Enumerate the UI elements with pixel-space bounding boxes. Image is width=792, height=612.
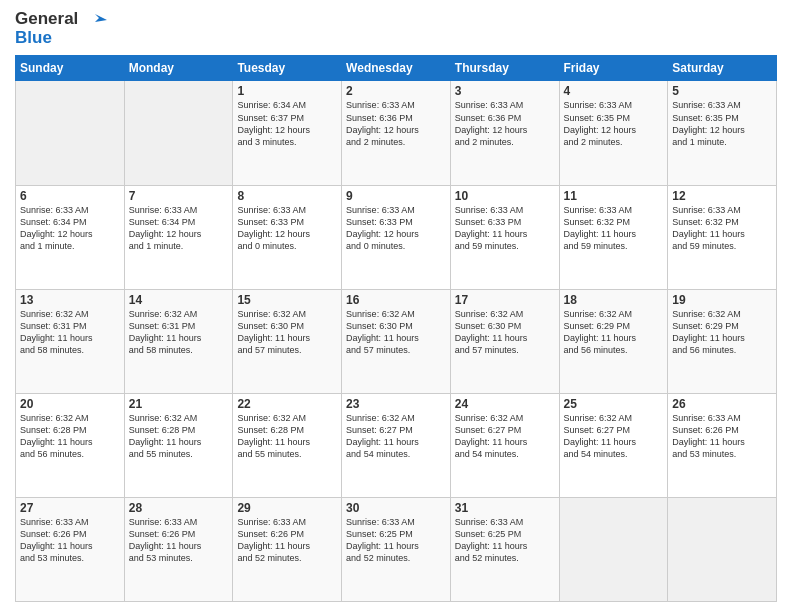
header: General Blue bbox=[15, 10, 777, 47]
day-number: 9 bbox=[346, 189, 446, 203]
day-number: 16 bbox=[346, 293, 446, 307]
day-number: 26 bbox=[672, 397, 772, 411]
day-info: Sunrise: 6:33 AMSunset: 6:34 PMDaylight:… bbox=[129, 204, 229, 253]
day-info: Sunrise: 6:32 AMSunset: 6:27 PMDaylight:… bbox=[346, 412, 446, 461]
day-info: Sunrise: 6:32 AMSunset: 6:30 PMDaylight:… bbox=[346, 308, 446, 357]
day-info: Sunrise: 6:32 AMSunset: 6:29 PMDaylight:… bbox=[672, 308, 772, 357]
day-number: 17 bbox=[455, 293, 555, 307]
calendar-body: 1Sunrise: 6:34 AMSunset: 6:37 PMDaylight… bbox=[16, 81, 777, 602]
day-info: Sunrise: 6:32 AMSunset: 6:28 PMDaylight:… bbox=[237, 412, 337, 461]
day-number: 2 bbox=[346, 84, 446, 98]
calendar-cell: 4Sunrise: 6:33 AMSunset: 6:35 PMDaylight… bbox=[559, 81, 668, 185]
day-info: Sunrise: 6:33 AMSunset: 6:35 PMDaylight:… bbox=[672, 99, 772, 148]
calendar-cell: 20Sunrise: 6:32 AMSunset: 6:28 PMDayligh… bbox=[16, 393, 125, 497]
logo-area: General Blue bbox=[15, 10, 107, 47]
day-number: 25 bbox=[564, 397, 664, 411]
dow-header-tuesday: Tuesday bbox=[233, 56, 342, 81]
day-info: Sunrise: 6:33 AMSunset: 6:36 PMDaylight:… bbox=[455, 99, 555, 148]
week-row-1: 1Sunrise: 6:34 AMSunset: 6:37 PMDaylight… bbox=[16, 81, 777, 185]
week-row-5: 27Sunrise: 6:33 AMSunset: 6:26 PMDayligh… bbox=[16, 497, 777, 601]
calendar-cell: 5Sunrise: 6:33 AMSunset: 6:35 PMDaylight… bbox=[668, 81, 777, 185]
day-info: Sunrise: 6:33 AMSunset: 6:32 PMDaylight:… bbox=[564, 204, 664, 253]
day-info: Sunrise: 6:33 AMSunset: 6:25 PMDaylight:… bbox=[346, 516, 446, 565]
day-number: 10 bbox=[455, 189, 555, 203]
day-number: 20 bbox=[20, 397, 120, 411]
calendar-cell: 16Sunrise: 6:32 AMSunset: 6:30 PMDayligh… bbox=[342, 289, 451, 393]
calendar-cell: 28Sunrise: 6:33 AMSunset: 6:26 PMDayligh… bbox=[124, 497, 233, 601]
calendar-cell: 15Sunrise: 6:32 AMSunset: 6:30 PMDayligh… bbox=[233, 289, 342, 393]
day-number: 12 bbox=[672, 189, 772, 203]
calendar-cell: 3Sunrise: 6:33 AMSunset: 6:36 PMDaylight… bbox=[450, 81, 559, 185]
dow-header-sunday: Sunday bbox=[16, 56, 125, 81]
day-number: 29 bbox=[237, 501, 337, 515]
calendar-cell: 10Sunrise: 6:33 AMSunset: 6:33 PMDayligh… bbox=[450, 185, 559, 289]
day-info: Sunrise: 6:32 AMSunset: 6:28 PMDaylight:… bbox=[129, 412, 229, 461]
calendar-cell: 6Sunrise: 6:33 AMSunset: 6:34 PMDaylight… bbox=[16, 185, 125, 289]
day-number: 27 bbox=[20, 501, 120, 515]
calendar-cell: 30Sunrise: 6:33 AMSunset: 6:25 PMDayligh… bbox=[342, 497, 451, 601]
day-number: 24 bbox=[455, 397, 555, 411]
calendar-cell: 2Sunrise: 6:33 AMSunset: 6:36 PMDaylight… bbox=[342, 81, 451, 185]
day-info: Sunrise: 6:32 AMSunset: 6:27 PMDaylight:… bbox=[564, 412, 664, 461]
day-number: 1 bbox=[237, 84, 337, 98]
calendar-cell: 13Sunrise: 6:32 AMSunset: 6:31 PMDayligh… bbox=[16, 289, 125, 393]
day-number: 15 bbox=[237, 293, 337, 307]
day-info: Sunrise: 6:33 AMSunset: 6:26 PMDaylight:… bbox=[237, 516, 337, 565]
day-info: Sunrise: 6:32 AMSunset: 6:30 PMDaylight:… bbox=[237, 308, 337, 357]
day-info: Sunrise: 6:33 AMSunset: 6:35 PMDaylight:… bbox=[564, 99, 664, 148]
dow-header-thursday: Thursday bbox=[450, 56, 559, 81]
day-number: 18 bbox=[564, 293, 664, 307]
calendar-cell bbox=[124, 81, 233, 185]
day-info: Sunrise: 6:32 AMSunset: 6:31 PMDaylight:… bbox=[20, 308, 120, 357]
page: General Blue SundayMondayTuesdayWednesda… bbox=[0, 0, 792, 612]
day-info: Sunrise: 6:34 AMSunset: 6:37 PMDaylight:… bbox=[237, 99, 337, 148]
day-number: 28 bbox=[129, 501, 229, 515]
calendar-cell: 14Sunrise: 6:32 AMSunset: 6:31 PMDayligh… bbox=[124, 289, 233, 393]
day-number: 13 bbox=[20, 293, 120, 307]
calendar-cell bbox=[668, 497, 777, 601]
day-number: 4 bbox=[564, 84, 664, 98]
calendar-cell: 31Sunrise: 6:33 AMSunset: 6:25 PMDayligh… bbox=[450, 497, 559, 601]
day-number: 7 bbox=[129, 189, 229, 203]
calendar-table: SundayMondayTuesdayWednesdayThursdayFrid… bbox=[15, 55, 777, 602]
calendar-cell: 29Sunrise: 6:33 AMSunset: 6:26 PMDayligh… bbox=[233, 497, 342, 601]
calendar-cell: 23Sunrise: 6:32 AMSunset: 6:27 PMDayligh… bbox=[342, 393, 451, 497]
day-number: 23 bbox=[346, 397, 446, 411]
calendar-cell: 8Sunrise: 6:33 AMSunset: 6:33 PMDaylight… bbox=[233, 185, 342, 289]
week-row-3: 13Sunrise: 6:32 AMSunset: 6:31 PMDayligh… bbox=[16, 289, 777, 393]
calendar-cell: 11Sunrise: 6:33 AMSunset: 6:32 PMDayligh… bbox=[559, 185, 668, 289]
day-info: Sunrise: 6:33 AMSunset: 6:33 PMDaylight:… bbox=[237, 204, 337, 253]
day-info: Sunrise: 6:32 AMSunset: 6:31 PMDaylight:… bbox=[129, 308, 229, 357]
day-info: Sunrise: 6:33 AMSunset: 6:26 PMDaylight:… bbox=[129, 516, 229, 565]
day-number: 22 bbox=[237, 397, 337, 411]
week-row-4: 20Sunrise: 6:32 AMSunset: 6:28 PMDayligh… bbox=[16, 393, 777, 497]
calendar-cell: 12Sunrise: 6:33 AMSunset: 6:32 PMDayligh… bbox=[668, 185, 777, 289]
day-info: Sunrise: 6:33 AMSunset: 6:26 PMDaylight:… bbox=[672, 412, 772, 461]
dow-header-monday: Monday bbox=[124, 56, 233, 81]
calendar-cell: 26Sunrise: 6:33 AMSunset: 6:26 PMDayligh… bbox=[668, 393, 777, 497]
day-number: 8 bbox=[237, 189, 337, 203]
calendar-cell: 27Sunrise: 6:33 AMSunset: 6:26 PMDayligh… bbox=[16, 497, 125, 601]
week-row-2: 6Sunrise: 6:33 AMSunset: 6:34 PMDaylight… bbox=[16, 185, 777, 289]
calendar-cell: 18Sunrise: 6:32 AMSunset: 6:29 PMDayligh… bbox=[559, 289, 668, 393]
calendar-cell: 17Sunrise: 6:32 AMSunset: 6:30 PMDayligh… bbox=[450, 289, 559, 393]
day-number: 30 bbox=[346, 501, 446, 515]
day-info: Sunrise: 6:32 AMSunset: 6:27 PMDaylight:… bbox=[455, 412, 555, 461]
calendar-cell: 19Sunrise: 6:32 AMSunset: 6:29 PMDayligh… bbox=[668, 289, 777, 393]
calendar-cell: 7Sunrise: 6:33 AMSunset: 6:34 PMDaylight… bbox=[124, 185, 233, 289]
day-number: 14 bbox=[129, 293, 229, 307]
svg-marker-0 bbox=[95, 14, 107, 22]
dow-header-wednesday: Wednesday bbox=[342, 56, 451, 81]
day-of-week-row: SundayMondayTuesdayWednesdayThursdayFrid… bbox=[16, 56, 777, 81]
dow-header-friday: Friday bbox=[559, 56, 668, 81]
day-info: Sunrise: 6:32 AMSunset: 6:30 PMDaylight:… bbox=[455, 308, 555, 357]
day-info: Sunrise: 6:33 AMSunset: 6:34 PMDaylight:… bbox=[20, 204, 120, 253]
calendar-cell: 24Sunrise: 6:32 AMSunset: 6:27 PMDayligh… bbox=[450, 393, 559, 497]
day-info: Sunrise: 6:33 AMSunset: 6:36 PMDaylight:… bbox=[346, 99, 446, 148]
day-number: 21 bbox=[129, 397, 229, 411]
day-info: Sunrise: 6:32 AMSunset: 6:28 PMDaylight:… bbox=[20, 412, 120, 461]
day-info: Sunrise: 6:33 AMSunset: 6:26 PMDaylight:… bbox=[20, 516, 120, 565]
day-info: Sunrise: 6:32 AMSunset: 6:29 PMDaylight:… bbox=[564, 308, 664, 357]
day-number: 3 bbox=[455, 84, 555, 98]
calendar-cell: 22Sunrise: 6:32 AMSunset: 6:28 PMDayligh… bbox=[233, 393, 342, 497]
